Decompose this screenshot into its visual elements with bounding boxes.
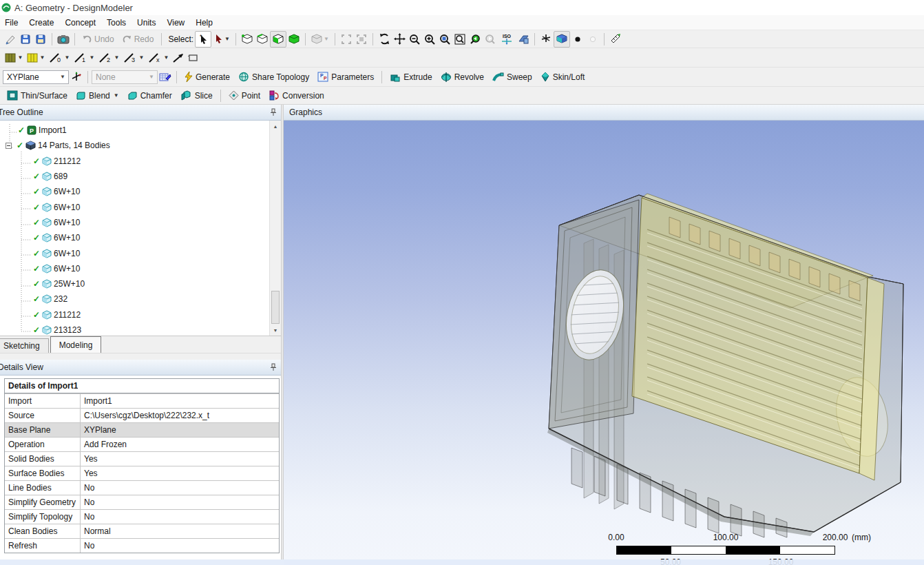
scroll-down-icon[interactable]: ▼: [270, 325, 281, 336]
tree-item[interactable]: ✓211212: [0, 307, 269, 322]
slice-button[interactable]: Slice: [176, 88, 217, 103]
edge-joints-0-icon[interactable]: 0▼: [47, 50, 72, 65]
normal-to-plane-icon[interactable]: [538, 32, 554, 47]
pin-icon[interactable]: [270, 363, 277, 371]
wireframe-display-icon[interactable]: ▼: [25, 50, 47, 65]
edge-joints-2-icon[interactable]: 2▼: [96, 50, 121, 65]
close-sketch-icon[interactable]: [186, 50, 201, 65]
tree-expander-icon[interactable]: [6, 143, 12, 149]
tree-item[interactable]: ✓689: [0, 169, 269, 184]
tree-item[interactable]: ✓6W+10: [0, 245, 269, 260]
select-all-icon[interactable]: [354, 32, 369, 47]
edge-joints-3-icon[interactable]: 3▼: [121, 50, 146, 65]
graphics-canvas[interactable]: 0.00 100.00 200.00 (mm) 50.00 150.00: [284, 121, 924, 565]
redo-button[interactable]: Redo: [118, 32, 158, 47]
rotate-icon[interactable]: [377, 32, 392, 47]
zoom-in-icon[interactable]: [422, 32, 437, 47]
panel-splitter[interactable]: [0, 353, 281, 360]
filter-bodies-icon[interactable]: [286, 32, 302, 47]
edge-joints-x-icon[interactable]: x▼: [146, 50, 171, 65]
sweep-button[interactable]: Sweep: [488, 70, 536, 85]
tree-item[interactable]: ✓6W+10: [0, 261, 269, 276]
share-topology-button[interactable]: Share Topology: [234, 70, 313, 85]
details-row-value[interactable]: Normal: [81, 524, 279, 538]
pan-icon[interactable]: [392, 32, 407, 47]
look-at-plane-icon[interactable]: [516, 32, 531, 47]
details-row-value[interactable]: No: [81, 510, 279, 524]
new-sketch-icon[interactable]: [158, 70, 173, 85]
menu-item-create[interactable]: Create: [29, 18, 54, 28]
filter-edges-icon[interactable]: [255, 32, 270, 47]
extend-selection-icon[interactable]: ▼: [309, 32, 331, 47]
sketch-combobox[interactable]: None▼: [92, 70, 158, 84]
parameters-button[interactable]: PPParameters: [313, 70, 378, 85]
vertex-off-icon[interactable]: [585, 32, 600, 47]
pin-icon[interactable]: [270, 108, 277, 116]
edge-joints-1-icon[interactable]: 1▼: [72, 50, 96, 65]
tree-item[interactable]: ✓6W+10: [0, 230, 269, 245]
chamfer-button[interactable]: Chamfer: [123, 88, 176, 103]
details-row-value[interactable]: Import1: [81, 394, 279, 408]
edge-direction-icon[interactable]: [171, 50, 186, 65]
tree-scrollbar[interactable]: ▲ ▼: [269, 121, 281, 336]
blend-button[interactable]: Blend▼: [72, 88, 123, 103]
details-row-value[interactable]: Add Frozen: [81, 438, 279, 451]
select-mode-single-icon[interactable]: *: [195, 31, 211, 48]
tree-item[interactable]: ✓14 Parts, 14 Bodies: [0, 138, 269, 153]
menu-item-concept[interactable]: Concept: [65, 18, 96, 28]
thin-surface-button[interactable]: Thin/Surface: [3, 88, 72, 103]
zoom-out-icon[interactable]: [407, 32, 422, 47]
tree-item[interactable]: ✓232: [0, 291, 269, 307]
details-row-value[interactable]: No: [81, 539, 279, 553]
screenshot-icon[interactable]: [56, 32, 71, 47]
previous-view-icon[interactable]: [468, 32, 483, 47]
3d-model-view[interactable]: [284, 121, 924, 565]
tree-item[interactable]: ✓213123: [0, 322, 269, 336]
zoom-fit-icon[interactable]: [437, 32, 452, 47]
extrude-button[interactable]: Extrude: [386, 70, 436, 85]
details-row-value[interactable]: C:\Users\cgz\Desktop\222\232.x_t: [81, 409, 279, 422]
generate-button[interactable]: Generate: [180, 70, 234, 85]
skin-loft-button[interactable]: Skin/Loft: [536, 70, 589, 85]
tree-item[interactable]: ✓6W+10: [0, 215, 269, 230]
details-row-value[interactable]: Yes: [81, 452, 279, 466]
undo-button[interactable]: Undo: [78, 32, 118, 47]
menu-item-file[interactable]: File: [5, 18, 18, 28]
scroll-up-icon[interactable]: ▲: [270, 121, 281, 132]
details-row-value[interactable]: XYPlane: [81, 423, 279, 437]
select-mode-box-icon[interactable]: ▼: [211, 32, 232, 47]
point-button[interactable]: Point: [224, 88, 264, 103]
filter-faces-icon[interactable]: [270, 31, 286, 48]
plane-combobox[interactable]: XYPlane▼: [3, 70, 69, 84]
tree-item[interactable]: ✓6W+10: [0, 199, 269, 214]
tab-modeling[interactable]: Modeling: [50, 336, 102, 353]
filter-points-icon[interactable]: [240, 32, 255, 47]
tree-item[interactable]: ✓25W+10: [0, 276, 269, 291]
details-row-value[interactable]: No: [81, 495, 279, 509]
vertex-on-icon[interactable]: [570, 32, 585, 47]
ruler-icon[interactable]: [608, 32, 623, 47]
menu-item-tools[interactable]: Tools: [107, 18, 126, 28]
new-plane-icon[interactable]: [69, 70, 84, 85]
details-row-value[interactable]: Yes: [81, 466, 279, 480]
display-model-icon[interactable]: [554, 31, 570, 48]
shaded-display-icon[interactable]: ▼: [3, 50, 25, 65]
tab-sketching[interactable]: Sketching: [0, 338, 49, 353]
next-view-icon[interactable]: [483, 32, 498, 47]
tree-item[interactable]: ✓211212: [0, 154, 269, 169]
revolve-button[interactable]: Revolve: [437, 70, 488, 85]
new-geometry-icon[interactable]: [3, 32, 18, 47]
tree-item[interactable]: ✓6W+10: [0, 184, 269, 199]
scrollbar-thumb[interactable]: [271, 291, 280, 324]
menu-item-view[interactable]: View: [167, 18, 185, 28]
conversion-button[interactable]: Conversion: [264, 88, 328, 103]
save-icon[interactable]: [18, 32, 33, 47]
select-all-visible-icon[interactable]: [339, 32, 354, 47]
box-zoom-icon[interactable]: [452, 32, 468, 47]
tree-item[interactable]: ✓PImport1: [0, 123, 269, 138]
menu-item-help[interactable]: Help: [196, 18, 213, 28]
save-as-icon[interactable]: [33, 32, 48, 47]
details-row-value[interactable]: No: [81, 481, 279, 495]
menu-item-units[interactable]: Units: [137, 18, 156, 28]
iso-view-icon[interactable]: ISO: [498, 32, 516, 47]
